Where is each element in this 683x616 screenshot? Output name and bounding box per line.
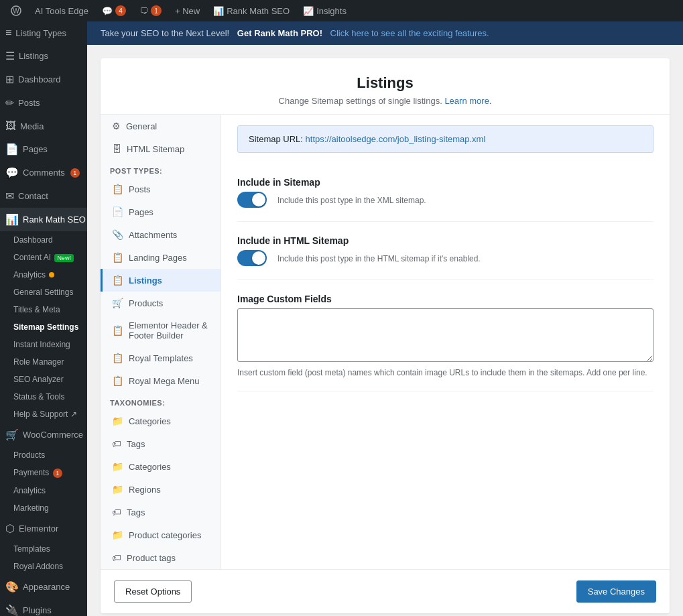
sidebar-item-rm-help[interactable]: Help & Support ↗ (0, 406, 87, 423)
admin-bar-rankmath[interactable]: 📊 Rank Math SEO (208, 0, 295, 21)
sidebar-item-rm-analytics[interactable]: Analytics (0, 266, 87, 284)
notice-link[interactable]: Click here to see all the exciting featu… (330, 28, 489, 38)
sidebar-item-el-templates[interactable]: Templates (0, 540, 87, 558)
sidebar-label-rankmath: Rank Math SEO (23, 214, 86, 225)
product-tags-nav-label: Product tags (127, 553, 176, 563)
include-in-html-sitemap-desc: Include this post type in the HTML sitem… (277, 254, 481, 263)
sidebar-item-wc-products[interactable]: Products (0, 446, 87, 464)
save-button[interactable]: Save Changes (576, 580, 656, 603)
sidebar-item-listing-types[interactable]: ≡ Listing Types (0, 21, 87, 44)
appearance-icon: 🎨 (5, 580, 19, 593)
settings-panel: Sitemap URL: https://aitoolsedge.com/job… (221, 115, 670, 569)
image-custom-fields-textarea[interactable] (237, 308, 654, 362)
sidebar-item-elementor[interactable]: ⬡ Elementor (0, 517, 87, 540)
sidebar-item-el-royal[interactable]: Royal Addons (0, 558, 87, 575)
admin-bar-messages[interactable]: 🗨 1 (134, 0, 167, 21)
rankmath-submenu: Dashboard Content AI New! Analytics Gene… (0, 231, 87, 423)
sidebar-label-appearance: Appearance (23, 582, 70, 592)
card-nav-royal-templates[interactable]: 📋 Royal Templates (101, 347, 221, 369)
card-nav-regions[interactable]: 📁 Regions (101, 478, 221, 501)
rankmath-bar-label: Rank Math SEO (227, 6, 290, 16)
sidebar-item-plugins[interactable]: 🔌 Plugins (0, 599, 87, 616)
sidebar-item-dashboard[interactable]: ⊞ Dashboard (0, 68, 87, 91)
card-nav-elementor-builder[interactable]: 📋 Elementor Header & Footer Builder (101, 314, 221, 347)
posts-nav-label: Posts (129, 184, 151, 194)
rankmath-side-icon: 📊 (5, 213, 19, 226)
sidebar-item-media[interactable]: 🖼 Media (0, 115, 87, 137)
sidebar-item-listings[interactable]: ☰ Listings (0, 44, 87, 68)
sidebar-item-comments[interactable]: 💬 Comments 1 (0, 161, 87, 184)
attachments-nav-icon: 📎 (112, 229, 123, 240)
sidebar-item-wc-payments[interactable]: Payments 1 (0, 464, 87, 482)
card-nav-html-sitemap[interactable]: 🗄 HTML Sitemap (101, 137, 221, 160)
card-nav-general[interactable]: ⚙ General (101, 115, 221, 137)
analytics-badge (49, 272, 54, 278)
sidebar-label-media: Media (20, 121, 44, 131)
include-in-sitemap-toggle[interactable] (237, 192, 267, 208)
sidebar-item-rm-dashboard[interactable]: Dashboard (0, 231, 87, 249)
comments-badge: 4 (115, 5, 126, 16)
card-nav-product-categories[interactable]: 📁 Product categories (101, 523, 221, 546)
post-types-section-label: Post Types: (101, 160, 221, 178)
admin-bar-comments[interactable]: 💬 4 (97, 0, 131, 21)
card-nav-products[interactable]: 🛒 Products (101, 292, 221, 314)
image-custom-fields-row: Image Custom Fields Insert custom field … (237, 280, 654, 391)
admin-bar-wp-logo[interactable]: W (5, 0, 27, 21)
sidebar-item-rm-role[interactable]: Role Manager (0, 353, 87, 371)
categories-nav-label: Categories (129, 416, 171, 426)
include-in-sitemap-desc: Include this post type in the XML sitema… (277, 196, 426, 205)
sidebar-item-rm-content-ai[interactable]: Content AI New! (0, 249, 87, 266)
include-in-html-sitemap-toggle[interactable] (237, 250, 267, 266)
card-nav-attachments[interactable]: 📎 Attachments (101, 223, 221, 246)
card-nav-posts[interactable]: 📋 Posts (101, 178, 221, 200)
page-title: Listings (114, 74, 656, 92)
pages-nav-icon: 📄 (112, 206, 123, 217)
posts-nav-icon: 📋 (112, 184, 123, 194)
woocommerce-icon: 🛒 (5, 428, 19, 441)
card-nav-categories[interactable]: 📁 Categories (101, 410, 221, 432)
sitemap-url-link[interactable]: https://aitoolsedge.com/job_listing-site… (306, 134, 486, 144)
card-nav-listings[interactable]: 📋 Listings (101, 269, 221, 292)
payments-badge: 1 (53, 469, 62, 478)
include-in-sitemap-thumb (252, 193, 265, 206)
sidebar-item-wc-marketing[interactable]: Marketing (0, 499, 87, 517)
card-nav-categories2[interactable]: 📁 Categories (101, 455, 221, 478)
categories-nav-icon: 📁 (112, 416, 123, 426)
admin-bar-site[interactable]: AI Tools Edge (29, 0, 94, 21)
reset-button[interactable]: Reset Options (114, 580, 192, 603)
royal-mega-menu-nav-label: Royal Mega Menu (129, 376, 200, 386)
card-nav-tags[interactable]: 🏷 Tags (101, 432, 221, 455)
card-nav-landing-pages[interactable]: 📋 Landing Pages (101, 246, 221, 269)
sidebar-item-pages[interactable]: 📄 Pages (0, 137, 87, 161)
card-nav-product-tags[interactable]: 🏷 Product tags (101, 546, 221, 569)
html-sitemap-nav-icon: 🗄 (112, 143, 121, 154)
learn-more-link[interactable]: Learn more. (444, 96, 491, 106)
card-nav-tags2[interactable]: 🏷 Tags (101, 501, 221, 523)
sidebar-item-contact[interactable]: ✉ Contact (0, 184, 87, 208)
include-in-sitemap-track[interactable] (237, 192, 267, 208)
card-nav-royal-mega-menu[interactable]: 📋 Royal Mega Menu (101, 369, 221, 392)
sidebar-item-rankmath[interactable]: 📊 Rank Math SEO (0, 208, 87, 231)
include-in-html-sitemap-row: Include in HTML Sitemap Include this pos… (237, 222, 654, 280)
admin-bar-new[interactable]: + New (170, 0, 205, 21)
sidebar-item-rm-general[interactable]: General Settings (0, 284, 87, 301)
royal-mega-menu-nav-icon: 📋 (112, 375, 123, 386)
sidebar-item-appearance[interactable]: 🎨 Appearance (0, 575, 87, 599)
sidebar-item-wc-analytics[interactable]: Analytics (0, 482, 87, 499)
tags-nav-label: Tags (127, 439, 145, 449)
card-nav-pages[interactable]: 📄 Pages (101, 200, 221, 223)
listings-nav-icon: 📋 (112, 275, 123, 286)
sidebar-item-rm-seo[interactable]: SEO Analyzer (0, 371, 87, 388)
plugins-icon: 🔌 (5, 604, 19, 616)
admin-bar-insights[interactable]: 📈 Insights (298, 0, 352, 21)
sidebar-item-rm-sitemap[interactable]: Sitemap Settings (0, 318, 87, 336)
sidebar-item-posts[interactable]: ✏ Posts (0, 91, 87, 115)
page-subtitle: Change Sitemap settings of single listin… (114, 96, 656, 106)
sidebar-item-rm-status[interactable]: Status & Tools (0, 388, 87, 406)
include-in-html-sitemap-track[interactable] (237, 250, 267, 266)
content-ai-badge: New! (54, 254, 74, 262)
sidebar-item-rm-titles[interactable]: Titles & Meta (0, 301, 87, 318)
rankmath-bar-icon: 📊 (213, 6, 224, 16)
sidebar-item-rm-instant[interactable]: Instant Indexing (0, 336, 87, 353)
sidebar-item-woocommerce[interactable]: 🛒 WooCommerce (0, 423, 87, 446)
